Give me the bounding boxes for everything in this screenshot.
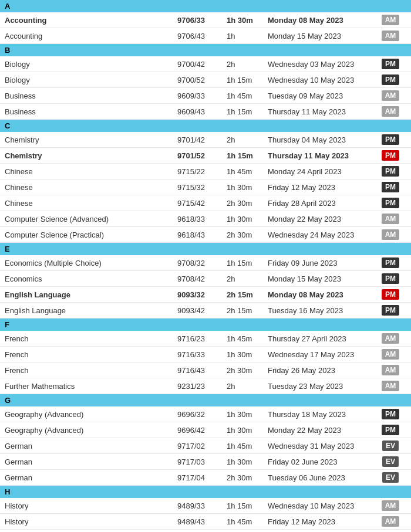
- duration-cell: 2h: [222, 271, 263, 287]
- table-row: German9717/021h 45mWednesday 31 May 2023…: [0, 438, 411, 454]
- code-cell: 9716/23: [173, 331, 222, 347]
- subject-cell: French: [0, 347, 173, 362]
- table-row: French9716/432h 30mFriday 26 May 2023AM: [0, 362, 411, 378]
- code-cell: 9489/43: [173, 514, 222, 530]
- table-row: Biology9700/521h 15mWednesday 10 May 202…: [0, 72, 411, 88]
- date-cell: Friday 28 April 2023: [263, 195, 370, 211]
- date-cell: Tuesday 23 May 2023: [263, 378, 370, 394]
- session-badge: PM: [382, 305, 399, 316]
- date-cell: Thursday 04 May 2023: [263, 132, 370, 148]
- date-cell: Wednesday 17 May 2023: [263, 347, 370, 362]
- table-row: Further Mathematics9231/232hTuesday 23 M…: [0, 378, 411, 394]
- session-cell: AM: [370, 12, 411, 28]
- duration-cell: 1h: [222, 28, 263, 44]
- session-badge: PM: [382, 425, 399, 435]
- duration-cell: 1h 15m: [222, 72, 263, 88]
- session-cell: EV: [370, 454, 411, 470]
- subject-cell: Economics (Multiple Choice): [0, 255, 173, 271]
- subject-cell: Chemistry: [0, 132, 173, 148]
- date-cell: Wednesday 10 May 2023: [263, 498, 370, 514]
- code-cell: 9717/02: [173, 438, 222, 454]
- table-row: Business9609/431h 15mThursday 11 May 202…: [0, 104, 411, 120]
- date-cell: Monday 15 May 2023: [263, 271, 370, 287]
- section-letter: F: [0, 318, 411, 331]
- session-badge: PM: [382, 257, 399, 268]
- code-cell: 9717/03: [173, 454, 222, 470]
- session-cell: PM: [370, 72, 411, 88]
- session-badge: AM: [382, 214, 400, 224]
- subject-cell: Chinese: [0, 164, 173, 179]
- session-cell: AM: [370, 28, 411, 44]
- subject-cell: Economics: [0, 271, 173, 287]
- session-cell: AM: [370, 104, 411, 120]
- table-row: History9489/331h 15mWednesday 10 May 202…: [0, 498, 411, 514]
- subject-cell: French: [0, 362, 173, 378]
- session-badge: AM: [382, 15, 400, 25]
- code-cell: 9708/32: [173, 255, 222, 271]
- code-cell: 9618/33: [173, 211, 222, 227]
- duration-cell: 1h 30m: [222, 422, 263, 438]
- code-cell: 9716/43: [173, 362, 222, 378]
- duration-cell: 1h 30m: [222, 211, 263, 227]
- session-cell: PM: [370, 56, 411, 72]
- session-badge: AM: [382, 516, 400, 527]
- section-letter: G: [0, 394, 411, 407]
- code-cell: 9717/04: [173, 470, 222, 486]
- session-cell: EV: [370, 438, 411, 454]
- table-row: Chinese9715/321h 30mFriday 12 May 2023PM: [0, 179, 411, 195]
- subject-cell: Biology: [0, 72, 173, 88]
- date-cell: Wednesday 10 May 2023: [263, 72, 370, 88]
- date-cell: Friday 02 June 2023: [263, 454, 370, 470]
- date-cell: Thursday 11 May 2023: [263, 104, 370, 120]
- date-cell: Tuesday 06 June 2023: [263, 470, 370, 486]
- date-cell: Monday 22 May 2023: [263, 211, 370, 227]
- session-badge: PM: [382, 273, 399, 284]
- duration-cell: 1h 30m: [222, 406, 263, 422]
- date-cell: Tuesday 16 May 2023: [263, 303, 370, 318]
- code-cell: 9701/52: [173, 148, 222, 164]
- subject-cell: Geography (Advanced): [0, 406, 173, 422]
- date-cell: Wednesday 31 May 2023: [263, 438, 370, 454]
- session-badge: AM: [382, 365, 400, 375]
- subject-cell: Chemistry: [0, 148, 173, 164]
- session-badge: PM: [382, 198, 399, 208]
- duration-cell: 2h 15m: [222, 287, 263, 303]
- session-cell: PM: [370, 132, 411, 148]
- code-cell: 9715/32: [173, 179, 222, 195]
- session-cell: AM: [370, 362, 411, 378]
- subject-cell: History: [0, 498, 173, 514]
- duration-cell: 1h 45m: [222, 88, 263, 104]
- session-badge: AM: [382, 333, 400, 344]
- table-row: German9717/042h 30mTuesday 06 June 2023E…: [0, 470, 411, 486]
- code-cell: 9609/33: [173, 88, 222, 104]
- code-cell: 9696/32: [173, 406, 222, 422]
- table-row: Chinese9715/422h 30mFriday 28 April 2023…: [0, 195, 411, 211]
- session-cell: AM: [370, 514, 411, 530]
- session-cell: PM: [370, 422, 411, 438]
- date-cell: Monday 15 May 2023: [263, 28, 370, 44]
- session-badge: PM: [382, 289, 399, 300]
- duration-cell: 1h 15m: [222, 498, 263, 514]
- session-badge: PM: [382, 134, 399, 145]
- session-badge: AM: [382, 381, 400, 391]
- duration-cell: 1h 30m: [222, 347, 263, 362]
- date-cell: Wednesday 03 May 2023: [263, 56, 370, 72]
- table-row: Chinese9715/221h 45mMonday 24 April 2023…: [0, 164, 411, 179]
- date-cell: Friday 12 May 2023: [263, 514, 370, 530]
- table-row: History9489/431h 45mFriday 12 May 2023AM: [0, 514, 411, 530]
- session-cell: AM: [370, 498, 411, 514]
- date-cell: Wednesday 24 May 2023: [263, 227, 370, 243]
- duration-cell: 1h 45m: [222, 331, 263, 347]
- section-header-e: E: [0, 243, 411, 256]
- code-cell: 9716/33: [173, 347, 222, 362]
- session-badge: PM: [382, 150, 399, 161]
- subject-cell: French: [0, 331, 173, 347]
- code-cell: 9093/42: [173, 303, 222, 318]
- session-badge: PM: [382, 182, 399, 192]
- section-letter: C: [0, 120, 411, 133]
- session-badge: AM: [382, 500, 400, 511]
- duration-cell: 2h 15m: [222, 303, 263, 318]
- date-cell: Thursday 27 April 2023: [263, 331, 370, 347]
- session-cell: AM: [370, 331, 411, 347]
- code-cell: 9715/42: [173, 195, 222, 211]
